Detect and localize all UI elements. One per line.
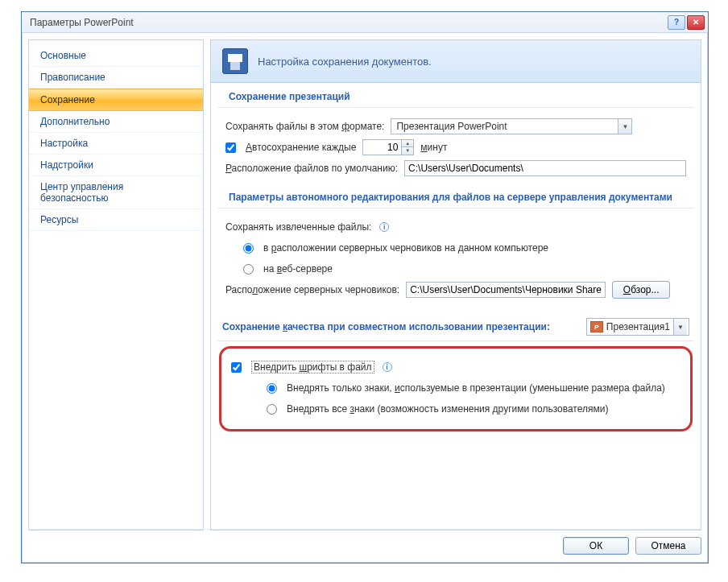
pptx-icon: P bbox=[590, 321, 603, 332]
panel-header-text: Настройка сохранения документов. bbox=[258, 56, 432, 68]
category-sidebar: Основные Правописание Сохранение Дополни… bbox=[28, 39, 204, 530]
section-offline-title: Параметры автономного редактирования для… bbox=[217, 184, 694, 208]
chevron-down-icon: ▼ bbox=[618, 119, 631, 134]
autosave-interval-input[interactable] bbox=[362, 139, 401, 155]
autosave-label: Автосохранение каждые bbox=[246, 142, 356, 153]
sidebar-item-advanced[interactable]: Дополнительно bbox=[29, 111, 203, 133]
drafts-web-label: на веб-сервере bbox=[263, 263, 333, 274]
info-icon[interactable]: i bbox=[383, 362, 392, 372]
section-offline: Сохранять извлеченные файлы: i в располо… bbox=[211, 208, 701, 305]
target-presentation-dropdown[interactable]: P Презентация1 ▼ bbox=[586, 318, 689, 336]
main-panel: Настройка сохранения документов. Сохране… bbox=[210, 39, 701, 530]
panel-header: Настройка сохранения документов. bbox=[211, 40, 701, 83]
sidebar-item-resources[interactable]: Ресурсы bbox=[29, 209, 203, 231]
sidebar-item-trust-center[interactable]: Центр управления безопасностью bbox=[29, 176, 203, 209]
help-button[interactable]: ? bbox=[668, 15, 685, 30]
default-location-input[interactable] bbox=[404, 160, 686, 176]
window-buttons: ? ✕ bbox=[668, 15, 705, 30]
autosave-interval-spinner[interactable]: ▲▼ bbox=[362, 139, 414, 155]
sidebar-item-general[interactable]: Основные bbox=[29, 45, 203, 67]
save-extracted-label: Сохранять извлеченные файлы: bbox=[225, 221, 371, 233]
section-save-presentations-title: Сохранение презентаций bbox=[217, 83, 694, 108]
dialog-footer: ОК Отмена bbox=[28, 529, 701, 556]
embed-fonts-checkbox[interactable] bbox=[231, 362, 242, 373]
default-location-label: Расположение файлов по умолчанию: bbox=[225, 163, 398, 174]
sidebar-item-addins[interactable]: Надстройки bbox=[29, 155, 203, 176]
embed-all-chars-radio[interactable] bbox=[267, 404, 277, 415]
options-dialog: Параметры PowerPoint ? ✕ Основные Правоп… bbox=[21, 11, 709, 563]
sidebar-item-proofing[interactable]: Правописание bbox=[29, 67, 203, 89]
dialog-body: Основные Правописание Сохранение Дополни… bbox=[22, 33, 708, 530]
drafts-local-label: в расположении серверных черновиков на д… bbox=[263, 242, 548, 254]
sidebar-item-save[interactable]: Сохранение bbox=[29, 89, 203, 111]
info-icon[interactable]: i bbox=[379, 222, 389, 232]
section-quality-title: Сохранение качества при совместном испол… bbox=[217, 310, 694, 341]
format-label: Сохранять файлы в этом формате: bbox=[225, 121, 384, 132]
autosave-unit: минут bbox=[420, 142, 447, 153]
server-drafts-label: Расположение серверных черновиков: bbox=[225, 284, 399, 295]
ok-button[interactable]: ОК bbox=[563, 537, 629, 555]
server-drafts-input[interactable] bbox=[406, 282, 606, 298]
embed-used-chars-radio[interactable] bbox=[267, 383, 277, 394]
browse-button[interactable]: Обзор... bbox=[612, 281, 670, 299]
file-format-dropdown[interactable]: Презентация PowerPoint ▼ bbox=[391, 118, 632, 134]
drafts-web-radio[interactable] bbox=[243, 264, 254, 274]
section-save-presentations: Сохранять файлы в этом формате: Презента… bbox=[211, 108, 701, 184]
window-title: Параметры PowerPoint bbox=[30, 17, 668, 28]
titlebar: Параметры PowerPoint ? ✕ bbox=[22, 12, 708, 33]
save-disk-icon bbox=[222, 48, 248, 74]
autosave-checkbox[interactable] bbox=[225, 142, 236, 153]
embed-fonts-highlight: Внедрить шрифты в файл i Внедрять только… bbox=[219, 346, 693, 431]
embed-fonts-label: Внедрить шрифты в файл bbox=[251, 361, 374, 374]
close-button[interactable]: ✕ bbox=[687, 15, 705, 30]
embed-all-chars-label: Внедрять все знаки (возможность изменени… bbox=[287, 403, 608, 415]
sidebar-item-customize[interactable]: Настройка bbox=[29, 133, 203, 155]
cancel-button[interactable]: Отмена bbox=[635, 537, 701, 555]
drafts-local-radio[interactable] bbox=[243, 243, 254, 254]
chevron-down-icon: ▼ bbox=[673, 319, 687, 335]
spinner-buttons[interactable]: ▲▼ bbox=[401, 139, 414, 155]
embed-used-chars-label: Внедрять только знаки, используемые в пр… bbox=[287, 382, 665, 394]
